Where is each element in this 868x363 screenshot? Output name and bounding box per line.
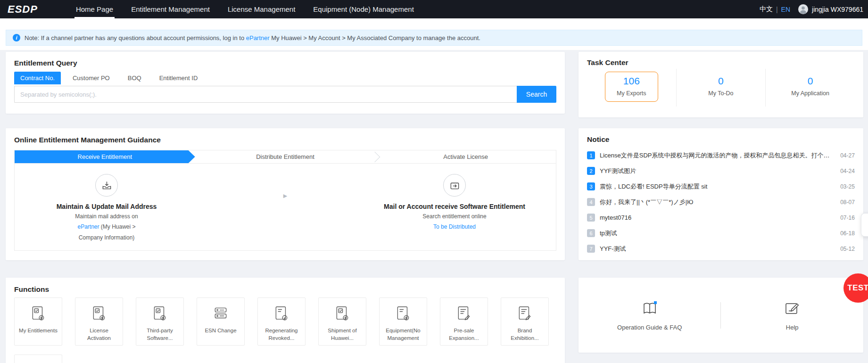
help-label: Help	[786, 324, 799, 331]
notice-item-1[interactable]: 1 License文件是SDP系统中授权与网元的激活的产物，授权和产品包息息相关…	[587, 148, 855, 163]
epartner-link[interactable]: ePartner	[246, 34, 270, 41]
maintain-mail-heading: Maintain & Update Mail Address	[57, 203, 157, 210]
lang-switch-en[interactable]: EN	[781, 6, 790, 13]
function-tile-partial[interactable]	[14, 355, 62, 363]
entitlement-query-title: Entitlement Query	[14, 59, 556, 67]
help-link[interactable]: Help	[721, 300, 863, 331]
floating-side-widget[interactable]	[861, 213, 868, 237]
function-equipment-management[interactable]: Equipment(No Management	[379, 297, 427, 346]
guidance-title: Online Entitlement Management Guidance	[14, 136, 556, 144]
tab-customer-po[interactable]: Customer PO	[66, 72, 116, 84]
tab-boq[interactable]: BOQ	[122, 72, 148, 84]
user-avatar-icon[interactable]	[798, 4, 809, 15]
guidance-card: Online Entitlement Management Guidance R…	[6, 128, 565, 260]
help-card: Operation Guide & FAQ Help	[579, 278, 863, 353]
my-todo-box[interactable]: 0 My To-Do	[696, 72, 745, 102]
guidance-box: Receive Entitlement Distribute Entitleme…	[14, 150, 556, 251]
query-tabs: Contract No. Customer PO BOQ Entitlement…	[14, 72, 556, 84]
inbox-download-icon	[95, 174, 118, 197]
entitlement-query-card: Entitlement Query Contract No. Customer …	[6, 52, 565, 114]
guidance-body: Maintain & Update Mail Address Maintain …	[15, 164, 556, 242]
operation-guide-label: Operation Guide & FAQ	[617, 324, 682, 331]
my-exports-box[interactable]: 106 My Exports	[605, 72, 658, 102]
tab-entitlement-id[interactable]: Entitlement ID	[153, 72, 204, 84]
top-nav: ESDP Home Page Entitlement Management Li…	[0, 0, 868, 18]
function-esn-change[interactable]: ESN Change	[197, 297, 245, 346]
maintain-mail-block: Maintain & Update Mail Address Maintain …	[29, 174, 184, 242]
notice-number-badge: 1	[587, 151, 595, 159]
task-stats: 106 My Exports 0 My To-Do 0 My App	[587, 69, 855, 107]
notice-item-5[interactable]: 5 mytest0716 07-16	[587, 210, 855, 225]
operation-guide-icon	[641, 300, 658, 319]
step-distribute-entitlement[interactable]: Distribute Entitlement	[195, 150, 376, 163]
shipment-icon	[334, 305, 351, 324]
main-content: Entitlement Query Contract No. Customer …	[0, 50, 868, 363]
notice-number-badge: 6	[587, 229, 595, 237]
functions-grid: My Entitlements License Activation Third…	[14, 297, 556, 363]
search-row: Search	[14, 86, 556, 103]
lang-switch-zh[interactable]: 中文	[760, 5, 773, 14]
functions-title: Functions	[14, 285, 556, 294]
my-application-box[interactable]: 0 My Application	[779, 72, 841, 102]
notice-number-badge: 5	[587, 214, 595, 222]
step-receive-entitlement[interactable]: Receive Entitlement	[15, 150, 195, 163]
outbox-send-icon	[443, 174, 466, 197]
nav-home-page[interactable]: Home Page	[67, 0, 122, 18]
info-icon: i	[13, 34, 20, 41]
notice-item-2[interactable]: 2 YYF测试图片 04-24	[587, 163, 855, 179]
to-be-distributed-link[interactable]: To be Distributed	[433, 223, 476, 230]
epartner-link-guide[interactable]: ePartner	[77, 223, 99, 230]
my-exports-label: My Exports	[617, 90, 646, 97]
function-brand-exhibition[interactable]: Brand Exhibition...	[501, 297, 549, 346]
function-third-party-software[interactable]: Third-party Software...	[136, 297, 184, 346]
function-my-entitlements[interactable]: My Entitlements	[14, 297, 62, 346]
receive-entitlement-block: Mail or Account receive Software Entitle…	[353, 174, 556, 242]
right-column: Task Center 106 My Exports 0 My To-Do	[579, 52, 863, 353]
functions-card: Functions My Entitlements License Activa…	[6, 278, 565, 363]
lang-divider: |	[776, 6, 778, 13]
maintain-mail-line2: ePartner (My Huawei >	[77, 223, 135, 231]
operation-guide-link[interactable]: Operation Guide & FAQ	[579, 300, 720, 331]
task-center-card: Task Center 106 My Exports 0 My To-Do	[579, 52, 863, 117]
maintain-mail-line1: Maintain mail address on	[75, 213, 138, 221]
receive-entitlement-heading: Mail or Account receive Software Entitle…	[384, 203, 525, 210]
my-todo-label: My To-Do	[708, 90, 733, 97]
tab-contract-no[interactable]: Contract No.	[14, 72, 61, 84]
main-nav: Home Page Entitlement Management License…	[67, 0, 423, 18]
notice-item-7[interactable]: 7 YYF-测试 05-12	[587, 241, 855, 256]
query-input[interactable]	[14, 86, 517, 103]
help-icon	[784, 300, 801, 319]
banner-text: Note: If a channel partner has any quest…	[25, 34, 480, 41]
nav-entitlement-management[interactable]: Entitlement Management	[122, 0, 219, 18]
regenerate-revoked-icon	[273, 305, 290, 324]
nav-equipment-node-management[interactable]: Equipment (Node) Management	[304, 0, 422, 18]
step-activate-license[interactable]: Activate License	[375, 150, 556, 163]
equipment-management-icon	[395, 305, 412, 324]
notice-item-6[interactable]: 6 tp测试 06-18	[587, 225, 855, 241]
function-regenerating-revoked[interactable]: Regenerating Revoked...	[257, 297, 306, 346]
receive-entitlement-line1: Search entitlement online	[422, 213, 486, 221]
username[interactable]: jingjia WX979661	[812, 6, 863, 13]
my-entitlements-icon	[30, 305, 47, 324]
function-shipment-of-huawei[interactable]: Shipment of Huawei...	[318, 297, 366, 346]
notice-item-3[interactable]: 3 震惊，LDC必看! ESDP导单分流配置 sit 03-25	[587, 179, 855, 194]
function-presale-expansion[interactable]: Pre-sale Expansion...	[440, 297, 488, 346]
notice-number-badge: 2	[587, 167, 595, 175]
esdp-home-page: ESDP Home Page Entitlement Management Li…	[0, 0, 868, 363]
nav-license-management[interactable]: License Management	[219, 0, 304, 18]
stat-my-exports: 106 My Exports	[587, 69, 676, 107]
esn-change-icon	[212, 305, 229, 324]
notice-item-4[interactable]: 4 你好，我来了||丶(*￣▽￣*)ノ彡|Ю 08-07	[587, 194, 855, 210]
stat-my-todo: 0 My To-Do	[676, 69, 766, 107]
my-application-label: My Application	[791, 90, 829, 97]
function-license-activation[interactable]: License Activation	[75, 297, 123, 346]
esdp-logo[interactable]: ESDP	[8, 3, 38, 16]
flow-arrow-icon: ▶	[283, 193, 287, 199]
left-column: Entitlement Query Contract No. Customer …	[6, 52, 565, 363]
task-center-title: Task Center	[587, 58, 855, 67]
brand-exhibition-icon	[516, 305, 533, 324]
nav-right: 中文 | EN jingjia WX979661	[760, 4, 863, 15]
notice-card: Notice 1 License文件是SDP系统中授权与网元的激活的产物，授权和…	[579, 128, 863, 260]
notice-number-badge: 7	[587, 245, 595, 253]
search-button[interactable]: Search	[517, 86, 556, 103]
